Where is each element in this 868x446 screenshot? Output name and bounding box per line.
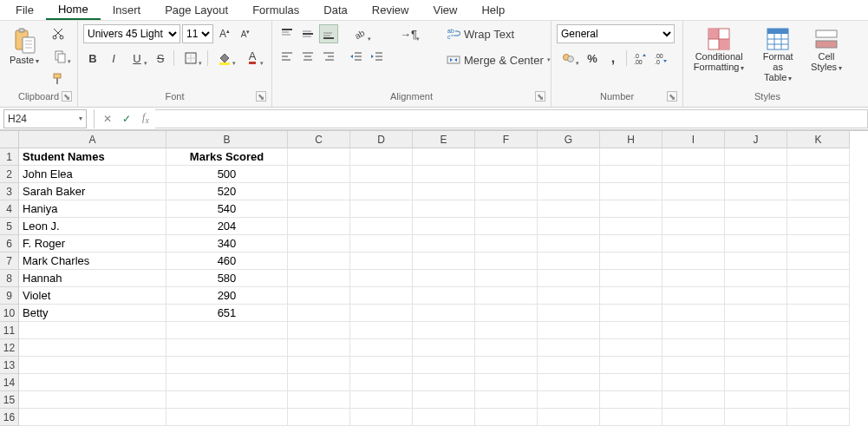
align-middle-button[interactable] [298, 24, 317, 43]
col-header-F[interactable]: F [475, 131, 538, 148]
cell-E2[interactable] [413, 166, 475, 183]
cell-C10[interactable] [288, 305, 350, 322]
number-launcher[interactable]: ⬊ [667, 91, 677, 102]
cell-E6[interactable] [413, 235, 475, 253]
cell-K7[interactable] [787, 253, 850, 270]
col-header-E[interactable]: E [413, 131, 475, 148]
fill-color-button[interactable]: ▾ [212, 49, 238, 68]
cell-G1[interactable] [538, 148, 600, 166]
cell-B4[interactable]: 540 [166, 200, 288, 218]
cell-H9[interactable] [600, 287, 662, 305]
cell-D11[interactable] [350, 322, 413, 339]
cell-F12[interactable] [475, 339, 538, 357]
cell-B16[interactable] [166, 409, 288, 426]
cell-B1[interactable]: Marks Scored [166, 148, 288, 166]
conditional-formatting-button[interactable]: Conditional Formatting▾ [689, 24, 749, 76]
cell-B12[interactable] [166, 339, 288, 357]
cell-F3[interactable] [475, 183, 538, 200]
bold-button[interactable]: B [83, 49, 102, 68]
cell-J9[interactable] [725, 287, 787, 305]
cell-A8[interactable]: Hannah [19, 270, 166, 287]
cell-D3[interactable] [350, 183, 413, 200]
row-header-1[interactable]: 1 [0, 148, 19, 166]
cell-D16[interactable] [350, 409, 413, 426]
cell-I3[interactable] [662, 183, 725, 200]
cell-D14[interactable] [350, 374, 413, 391]
cell-E4[interactable] [413, 200, 475, 218]
cell-E16[interactable] [413, 409, 475, 426]
cell-C13[interactable] [288, 357, 350, 374]
cell-F4[interactable] [475, 200, 538, 218]
cell-G12[interactable] [538, 339, 600, 357]
cell-A7[interactable]: Mark Charles [19, 253, 166, 270]
cell-K9[interactable] [787, 287, 850, 305]
cell-I4[interactable] [662, 200, 725, 218]
row-header-15[interactable]: 15 [0, 391, 19, 409]
cell-K5[interactable] [787, 218, 850, 235]
cell-J11[interactable] [725, 322, 787, 339]
cell-C1[interactable] [288, 148, 350, 166]
cell-F13[interactable] [475, 357, 538, 374]
cell-K2[interactable] [787, 166, 850, 183]
cell-A12[interactable] [19, 339, 166, 357]
row-header-3[interactable]: 3 [0, 183, 19, 200]
cell-C16[interactable] [288, 409, 350, 426]
cell-D6[interactable] [350, 235, 413, 253]
copy-button[interactable]: ▾ [49, 47, 73, 66]
cell-F11[interactable] [475, 322, 538, 339]
cell-J16[interactable] [725, 409, 787, 426]
cell-C3[interactable] [288, 183, 350, 200]
cell-I5[interactable] [662, 218, 725, 235]
cell-J7[interactable] [725, 253, 787, 270]
fx-button[interactable]: fx [136, 109, 155, 128]
col-header-C[interactable]: C [288, 131, 350, 148]
grow-font-button[interactable]: A▴ [215, 24, 234, 43]
menu-page-layout[interactable]: Page Layout [153, 1, 240, 19]
decrease-indent-button[interactable] [347, 47, 366, 66]
cell-G13[interactable] [538, 357, 600, 374]
cell-A13[interactable] [19, 357, 166, 374]
cell-D7[interactable] [350, 253, 413, 270]
cell-G4[interactable] [538, 200, 600, 218]
cell-B15[interactable] [166, 391, 288, 409]
row-header-11[interactable]: 11 [0, 322, 19, 339]
cell-E9[interactable] [413, 287, 475, 305]
cell-I7[interactable] [662, 253, 725, 270]
cell-A6[interactable]: F. Roger [19, 235, 166, 253]
cell-J2[interactable] [725, 166, 787, 183]
cell-F8[interactable] [475, 270, 538, 287]
cell-B9[interactable]: 290 [166, 287, 288, 305]
cell-K6[interactable] [787, 235, 850, 253]
menu-view[interactable]: View [421, 1, 469, 19]
cancel-formula-button[interactable]: ✕ [98, 109, 117, 128]
cell-I13[interactable] [662, 357, 725, 374]
cell-E3[interactable] [413, 183, 475, 200]
cell-A14[interactable] [19, 374, 166, 391]
cell-H15[interactable] [600, 391, 662, 409]
cell-C2[interactable] [288, 166, 350, 183]
cell-F14[interactable] [475, 374, 538, 391]
cell-J10[interactable] [725, 305, 787, 322]
cell-C6[interactable] [288, 235, 350, 253]
cell-H4[interactable] [600, 200, 662, 218]
cell-D9[interactable] [350, 287, 413, 305]
underline-button[interactable]: U▾ [125, 49, 149, 68]
cell-A15[interactable] [19, 391, 166, 409]
shrink-font-button[interactable]: A▾ [236, 24, 255, 43]
row-header-4[interactable]: 4 [0, 200, 19, 218]
cell-G11[interactable] [538, 322, 600, 339]
percent-button[interactable]: % [583, 49, 602, 68]
cell-G10[interactable] [538, 305, 600, 322]
cell-C15[interactable] [288, 391, 350, 409]
cell-F5[interactable] [475, 218, 538, 235]
cell-D5[interactable] [350, 218, 413, 235]
cell-K4[interactable] [787, 200, 850, 218]
cell-K1[interactable] [787, 148, 850, 166]
cell-K11[interactable] [787, 322, 850, 339]
col-header-J[interactable]: J [725, 131, 787, 148]
cell-H13[interactable] [600, 357, 662, 374]
cell-G3[interactable] [538, 183, 600, 200]
increase-indent-button[interactable] [368, 47, 387, 66]
cell-E15[interactable] [413, 391, 475, 409]
cell-C14[interactable] [288, 374, 350, 391]
